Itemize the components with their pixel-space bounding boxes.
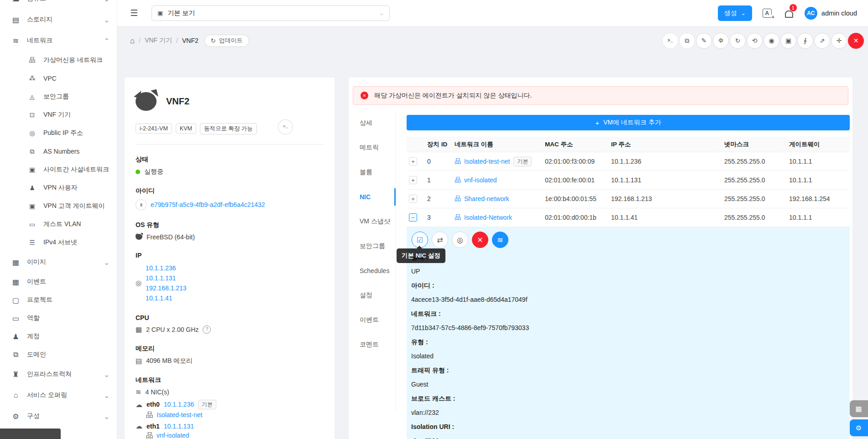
sidebar-item[interactable]: ▭ 역할 xyxy=(0,309,117,327)
migrate-button[interactable]: ⇗ xyxy=(814,33,830,49)
swap-nic-button[interactable]: ⇄ xyxy=(432,232,448,248)
question-circle-icon[interactable]: ? xyxy=(203,325,211,334)
detail-tab[interactable]: 보안그룹 xyxy=(349,234,395,258)
console-icon[interactable]: >_ xyxy=(278,119,293,134)
destroy-button[interactable]: ✕ xyxy=(848,33,864,49)
sidebar-item[interactable]: ♟ 계정 xyxy=(0,327,117,346)
status-dot xyxy=(136,170,140,174)
expand-row-button[interactable]: − xyxy=(409,213,417,222)
breadcrumb-section[interactable]: VNF 기기 xyxy=(145,36,172,45)
create-button[interactable]: 생성 ⌄ xyxy=(718,5,752,21)
gateway-cell: 10.1.1.1 xyxy=(783,214,850,221)
status-field: 상태 실행중 xyxy=(136,155,324,176)
sidebar-item[interactable]: ▣ 사이트간 사설네트워크(VP... xyxy=(0,160,117,179)
nic-expanded-detail: ☑ ⇄ ◎ xyxy=(407,227,850,439)
update-ip-button[interactable]: ◎ xyxy=(452,232,468,248)
sidebar-item[interactable]: ▤ 스토리지 ⌄ xyxy=(0,9,117,30)
detail-tab[interactable]: 볼륨 xyxy=(349,160,395,185)
clone-button[interactable]: ⧉ xyxy=(679,33,695,49)
network-link[interactable]: Isolated-Network xyxy=(464,214,512,221)
reinstall-button[interactable]: ⟲ xyxy=(747,33,763,49)
col-gateway: 게이트웨이 xyxy=(783,140,850,149)
ip-cell: 192.168.1.213 xyxy=(605,195,718,202)
sidebar-item[interactable]: ▦ 이미지 ⌄ xyxy=(0,252,117,273)
notification-bell-icon[interactable]: 1 xyxy=(784,8,794,19)
detail-tab[interactable]: 상세 xyxy=(349,111,395,135)
agent-alert: ✕ 해당 가상머신은 에이전트가 설치되지 않은 상태입니다. xyxy=(353,86,848,105)
translate-icon[interactable]: A + xyxy=(763,8,774,18)
network-link[interactable]: vnf-isolated xyxy=(464,176,497,184)
expand-row-button[interactable]: + xyxy=(409,176,417,184)
nic-network-link[interactable]: vnf-isolated xyxy=(157,432,189,439)
ip-link[interactable]: 192.168.1.213 xyxy=(146,283,187,293)
detail-tab[interactable]: Schedules xyxy=(349,258,395,283)
sidebar-item[interactable]: ⌂ 서비스 오퍼링 ⌄ xyxy=(0,385,117,406)
volume-snapshot-button[interactable]: ▣ xyxy=(780,33,796,49)
reboot-button[interactable]: ↻ xyxy=(730,33,746,49)
netmask-cell: 255.255.255.0 xyxy=(718,158,783,165)
sidebar-item[interactable]: ⁂ VPC xyxy=(0,69,117,88)
sidebar-item[interactable]: ◎ Public IP 주소 xyxy=(0,124,117,142)
detail-tab[interactable]: 코멘트 xyxy=(349,332,395,357)
sidebar-item[interactable]: ♟ VPN 사용자 xyxy=(0,179,117,197)
nic-ip-link[interactable]: 10.1.1.236 xyxy=(164,401,194,408)
sidebar-item[interactable]: ⧉ AS Numbers xyxy=(0,142,117,160)
events-float-button[interactable]: ▦ xyxy=(850,400,868,417)
sidebar-item[interactable]: ☁ 컴퓨트 ⌄ xyxy=(0,0,117,9)
sidebar-item[interactable]: ≋ 네트워크 ⌃ xyxy=(0,30,117,51)
nic-actions: ☑ ⇄ ◎ xyxy=(411,231,845,248)
nic-detail-field: 아이디 : 4acece13-3f5d-4d1f-aae8-d65d4a1704… xyxy=(411,281,845,305)
network-field: 네트워크 ≋ 4 NIC(s) ☁ eth0 10.1.1.236 기본 xyxy=(136,376,324,439)
detail-tab[interactable]: 설정 xyxy=(349,283,395,308)
ip-link[interactable]: 10.1.1.41 xyxy=(146,293,187,303)
update-button[interactable]: ↻ 업데이트 xyxy=(204,35,249,47)
detail-tab[interactable]: NIC xyxy=(349,185,395,209)
sidebar-item[interactable]: ▣ VPN 고객 게이트웨이 xyxy=(0,197,117,215)
default-tag: 기본 xyxy=(198,400,216,409)
settings-float-button[interactable]: ⚙ xyxy=(850,419,868,436)
vm-id-link[interactable]: e79b975f-a5c9-4fb9-a2df-efb6a4c21432 xyxy=(151,201,265,208)
sidebar-item[interactable]: ◬ 보안그룹 xyxy=(0,88,117,106)
menu-fold-icon[interactable]: ☰ xyxy=(130,8,138,18)
detail-tab[interactable]: VM 스냅샷 xyxy=(349,209,395,234)
expand-row-button[interactable]: + xyxy=(409,195,417,203)
edit-button[interactable]: ✎ xyxy=(696,33,712,49)
sidebar-item[interactable]: ⚙ 구성 ⌄ xyxy=(0,406,117,427)
snapshot-button[interactable]: ◉ xyxy=(763,33,779,49)
sidebar-item[interactable]: ▢ 프로젝트 xyxy=(0,291,117,309)
detail-tab[interactable]: 이벤트 xyxy=(349,308,395,332)
expand-row-button[interactable]: + xyxy=(409,157,417,165)
console-button[interactable]: >_ xyxy=(662,33,678,49)
table-row: + 1 品 vnf-isolated 02:01:00:fe:00:01 10.… xyxy=(407,171,850,190)
nic-ip-link[interactable]: 10.1.1.131 xyxy=(164,423,194,430)
sidebar-item[interactable]: ▭ 게스트 VLAN xyxy=(0,215,117,233)
stop-button[interactable]: Ф xyxy=(713,33,729,49)
ip-link[interactable]: 10.1.1.131 xyxy=(146,273,187,283)
ip-link[interactable]: 10.1.1.236 xyxy=(146,263,187,273)
home-icon[interactable]: ⌂ xyxy=(130,37,135,45)
sidebar-item[interactable]: ⊡ VNF 기기 xyxy=(0,106,117,124)
detail-tab[interactable]: 메트릭 xyxy=(349,135,395,160)
sidebar-item[interactable]: ⧉ 도메인 xyxy=(0,346,117,364)
barcode-icon: |||| xyxy=(136,199,146,210)
nic-network-link[interactable]: Isolated-test-net xyxy=(157,411,202,418)
view-select[interactable]: ▣ 기본 보기 ⌄ xyxy=(152,5,390,21)
network-type-button[interactable]: ≋ xyxy=(492,232,508,248)
network-link[interactable]: Shared-network xyxy=(464,195,509,202)
sidebar-item[interactable]: 品 가상머신용 네트워크 xyxy=(0,51,117,69)
remove-nic-button[interactable]: ✕ xyxy=(472,232,488,248)
user-menu[interactable]: AC admin cloud xyxy=(805,7,857,20)
add-network-button[interactable]: + VM에 네트워크 추가 xyxy=(407,115,850,130)
sidebar-item[interactable]: ♜ 인프라스트럭쳐 ⌄ xyxy=(0,364,117,385)
move-button[interactable]: ✛ xyxy=(831,33,847,49)
sidebar-item[interactable]: ☰ IPv4 서브넷 xyxy=(0,233,117,252)
attach-iso-button[interactable]: ∮ xyxy=(797,33,813,49)
as-numbers-icon: ⧉ xyxy=(28,148,37,155)
vm-detail-panel: ✕ 해당 가상머신은 에이전트가 설치되지 않은 상태입니다. 상세 메트릭 볼… xyxy=(349,77,852,439)
sidebar-item[interactable]: ▦ 이벤트 xyxy=(0,273,117,291)
network-link[interactable]: Isolated-test-net xyxy=(464,158,510,165)
domain-icon: ⧉ xyxy=(11,351,20,359)
team-icon: ♟ xyxy=(11,332,20,341)
sidebar-item-label: 컴퓨트 xyxy=(27,0,104,3)
cpu-chip-icon: ▦ xyxy=(136,326,142,333)
